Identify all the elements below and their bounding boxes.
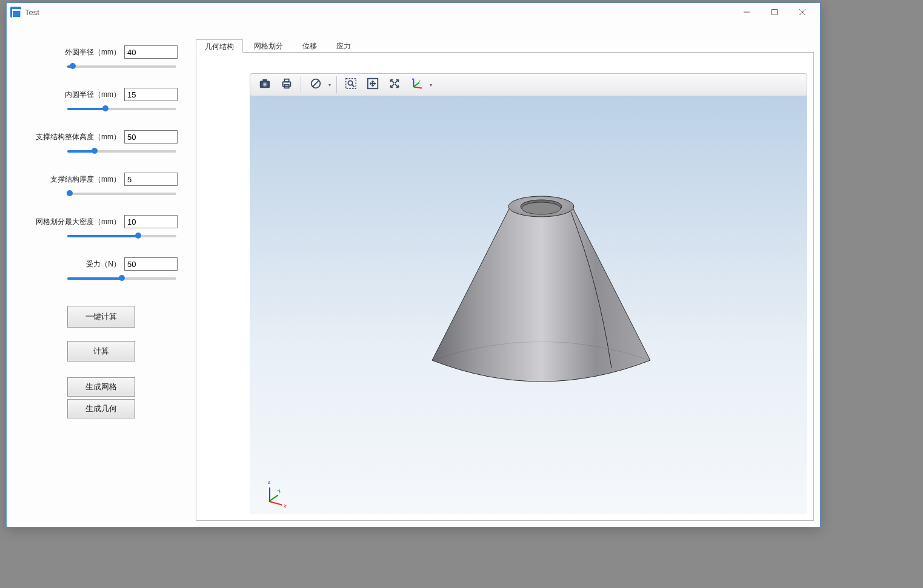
fit-view-icon (366, 77, 379, 93)
print-button[interactable] (276, 76, 297, 94)
mesh-density-slider[interactable] (67, 231, 176, 240)
viewer-toolbar: zxy (250, 73, 807, 96)
maximize-button[interactable] (761, 3, 788, 21)
height-label: 支撑结构整体高度（mm） (36, 132, 121, 142)
mesh-density-label: 网格划分最大密度（mm） (36, 217, 121, 227)
app-window: Test 外圆半径（mm） (6, 2, 821, 527)
force-input[interactable] (124, 257, 178, 271)
titlebar: Test (7, 3, 820, 21)
window-title: Test (25, 8, 733, 17)
force-label: 受力（N） (86, 259, 121, 269)
param-mesh-density: 网格划分最大密度（mm） (25, 215, 178, 240)
param-inner-radius: 内圆半径（mm） (25, 88, 178, 113)
parameter-sidebar: 外圆半径（mm） 内圆半径（mm） (7, 21, 196, 527)
app-icon (10, 7, 21, 18)
main-panel: 几何结构 网格划分 位移 应力 (196, 21, 820, 527)
outer-radius-input[interactable] (124, 45, 178, 59)
axis-triad (268, 479, 292, 503)
axes-icon: zxy (410, 77, 424, 93)
fit-view-button[interactable] (362, 76, 383, 94)
svg-rect-1 (772, 10, 778, 15)
snapshot-button[interactable] (255, 76, 275, 94)
generate-geometry-button[interactable]: 生成几何 (67, 399, 135, 418)
window-controls (733, 3, 816, 21)
svg-point-7 (264, 84, 266, 86)
param-force: 受力（N） (25, 257, 178, 283)
mesh-density-input[interactable] (124, 215, 178, 228)
svg-text:z: z (412, 77, 414, 81)
force-slider[interactable] (67, 273, 176, 283)
one-click-calc-button[interactable]: 一键计算 (67, 306, 135, 328)
no-entry-icon (309, 77, 322, 93)
thickness-label: 支撑结构厚度（mm） (50, 174, 121, 185)
geometry-cone (414, 179, 668, 409)
inner-radius-input[interactable] (124, 88, 178, 101)
svg-rect-9 (284, 79, 288, 82)
close-button[interactable] (788, 3, 816, 21)
svg-line-19 (414, 82, 419, 87)
tab-displacement[interactable]: 位移 (294, 39, 325, 52)
axes-dropdown[interactable]: zxy (406, 76, 434, 94)
tab-mesh[interactable]: 网格划分 (245, 39, 292, 52)
zoom-box-button[interactable] (341, 76, 361, 94)
svg-point-25 (522, 202, 561, 214)
x-axis-icon (269, 501, 282, 506)
zoom-box-icon (344, 77, 358, 93)
svg-line-12 (313, 81, 319, 87)
thickness-input[interactable] (124, 173, 178, 186)
print-icon (280, 77, 293, 93)
3d-viewport[interactable] (250, 96, 807, 514)
expand-arrows-icon (388, 77, 401, 93)
calc-button[interactable]: 计算 (67, 341, 135, 362)
svg-point-14 (348, 81, 352, 85)
svg-rect-5 (262, 79, 267, 82)
camera-icon (258, 77, 272, 93)
tab-stress[interactable]: 应力 (328, 39, 359, 52)
generate-mesh-button[interactable]: 生成网格 (67, 377, 135, 397)
visibility-dropdown[interactable] (305, 76, 333, 94)
param-thickness: 支撑结构厚度（mm） (25, 173, 178, 198)
reset-view-button[interactable] (384, 76, 405, 94)
thickness-slider[interactable] (67, 188, 176, 198)
param-height: 支撑结构整体高度（mm） (25, 130, 178, 156)
outer-radius-slider[interactable] (67, 61, 176, 71)
outer-radius-label: 外圆半径（mm） (65, 47, 121, 58)
height-input[interactable] (124, 130, 178, 144)
svg-text:y: y (419, 79, 421, 82)
inner-radius-slider[interactable] (67, 104, 176, 113)
minimize-button[interactable] (733, 3, 761, 21)
svg-text:x: x (421, 86, 422, 90)
svg-rect-13 (346, 79, 356, 89)
tab-geometry[interactable]: 几何结构 (196, 39, 243, 53)
svg-line-15 (352, 85, 355, 87)
height-slider[interactable] (67, 146, 176, 156)
viewer-frame: zxy (196, 53, 814, 521)
param-outer-radius: 外圆半径（mm） (25, 45, 178, 71)
view-tabs: 几何结构 网格划分 位移 应力 (196, 39, 814, 53)
inner-radius-label: 内圆半径（mm） (65, 90, 121, 100)
